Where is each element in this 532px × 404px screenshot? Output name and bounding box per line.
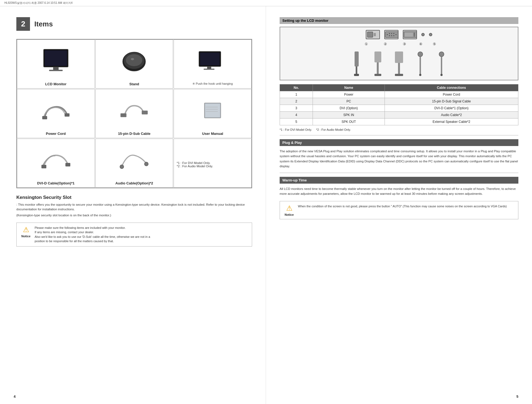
- left-notice-line-2: If any items are missing, contact your d…: [35, 230, 94, 234]
- row3-cable: DVI-D Cable*1 (Option): [385, 105, 518, 112]
- item-audio-cable: Audio Cable(Option)*2: [95, 139, 173, 188]
- item-user-manual: User Manual: [174, 89, 252, 138]
- port-1-icon: [366, 30, 380, 39]
- left-notice-line-4: position to be responsible for all the m…: [35, 239, 114, 243]
- lcd-setup-section: Setting up the LCD monitor: [280, 17, 518, 131]
- item-power-cord: Power Cord: [17, 89, 95, 138]
- left-notice-line-3: Also we'd like to ask you to use our 'D-…: [35, 235, 150, 238]
- dvi-svg: [41, 150, 71, 172]
- svg-point-7: [131, 58, 134, 60]
- svg-rect-48: [395, 74, 403, 76]
- divider-1: [280, 135, 518, 135]
- svg-rect-11: [204, 69, 214, 70]
- row3-name: DVI (Option): [313, 105, 385, 112]
- svg-point-37: [393, 35, 394, 36]
- svg-rect-44: [354, 74, 359, 76]
- stand-svg: [120, 49, 148, 74]
- svg-point-35: [389, 35, 390, 36]
- audio-cable-label: Audio Cable(Option)*2: [115, 181, 153, 185]
- cable-1: [347, 51, 366, 76]
- svg-point-25: [120, 165, 124, 169]
- power-cord-icon: [19, 92, 92, 130]
- port-num-3: ③: [395, 42, 414, 46]
- kensington-title: Kensington Security Slot: [16, 195, 252, 200]
- svg-point-6: [126, 54, 142, 66]
- top-bar: HL920WS설명서내지-최종 2007.6.14 10:51 AM 페이지4: [0, 0, 532, 6]
- row5-no: 5: [280, 119, 313, 125]
- right-notice-label: Notice: [285, 213, 294, 216]
- row5-cable: External Speaker Cable*2: [385, 119, 518, 125]
- table-row: 1 Power Power Cord: [280, 91, 518, 98]
- svg-rect-9: [200, 53, 220, 65]
- port-group-5: [429, 33, 432, 36]
- warmup-title: Warm-up Time: [280, 177, 518, 184]
- svg-rect-15: [142, 111, 148, 114]
- lcd-diagram: ① ② ③ ④ ⑤: [280, 27, 518, 80]
- kensington-body1: : This monitor offers you the opportunit…: [16, 202, 252, 212]
- left-warning-icon: ⚠: [23, 226, 29, 234]
- cable-2: [368, 51, 387, 76]
- left-page: 2 Items LCD Monitor: [0, 6, 266, 404]
- lcd-monitor-svg: [41, 48, 71, 75]
- port-num-2: ②: [376, 42, 395, 46]
- svg-point-40: [414, 33, 415, 34]
- svg-rect-46: [374, 74, 381, 76]
- svg-point-26: [144, 162, 148, 166]
- port-numbers-row: ① ② ③ ④ ⑤: [285, 42, 513, 46]
- row1-no: 1: [280, 91, 313, 98]
- svg-point-51: [439, 52, 444, 57]
- row1-name: Power: [313, 91, 385, 98]
- footnotes: *1 : For DVI Model Only. *2 : For Audio …: [177, 161, 213, 168]
- cable-5: [432, 51, 451, 76]
- svg-point-36: [391, 35, 392, 36]
- audio-cable-icon: [98, 142, 171, 180]
- section-number: 2: [21, 20, 25, 28]
- table-header-cable: Cable connections: [385, 84, 518, 91]
- row4-no: 4: [280, 112, 313, 119]
- svg-rect-12: [42, 116, 47, 119]
- svg-point-50: [419, 74, 421, 76]
- svg-point-33: [393, 33, 394, 34]
- svg-point-52: [440, 74, 443, 76]
- svg-rect-39: [405, 33, 413, 37]
- right-notice-text: When the condition of the screen is not …: [298, 204, 507, 209]
- section-number-box: 2: [16, 17, 30, 31]
- user-manual-label: User Manual: [202, 132, 223, 136]
- plug-play-text: The adoption of the new VESA Plug and Pl…: [280, 149, 518, 169]
- svg-rect-1: [45, 50, 67, 66]
- dsub-svg: [119, 100, 149, 122]
- port-5-dot: [429, 33, 432, 36]
- port-num-1: ①: [357, 42, 376, 46]
- item-stand: Stand: [95, 40, 173, 89]
- table-header-no: No.: [280, 84, 313, 91]
- divider-2: [280, 173, 518, 173]
- table-header-name: Name: [313, 84, 385, 91]
- port-2-icon: [384, 30, 398, 39]
- section-heading: 2 Items: [16, 17, 252, 31]
- stand-label: Stand: [129, 82, 139, 86]
- svg-point-34: [395, 34, 397, 35]
- table-row: 5 SPK OUT External Speaker Cable*2: [280, 119, 518, 125]
- port-group-2: [384, 30, 398, 39]
- svg-rect-45: [374, 51, 381, 62]
- svg-rect-14: [120, 113, 126, 117]
- top-bar-text: HL920WS설명서내지-최종 2007.6.14 10:51 AM 페이지4: [4, 1, 72, 4]
- svg-rect-3: [49, 70, 63, 71]
- item-dvi-cable: DVI-D Cable(Option)*1: [17, 139, 95, 188]
- cable-1-svg: [349, 51, 364, 76]
- hook-svg: [198, 50, 228, 75]
- port-num-5: ⑤: [428, 42, 441, 46]
- table-footnotes: *1 : For DVI Model Only. *2 : For Audio …: [280, 128, 518, 131]
- svg-point-49: [418, 52, 423, 57]
- row5-name: SPK OUT: [313, 119, 385, 125]
- svg-point-41: [414, 34, 415, 35]
- item-lcd-monitor: LCD Monitor: [17, 40, 95, 89]
- svg-rect-28: [374, 33, 376, 36]
- power-port-svg: [367, 31, 379, 38]
- items-grid: LCD Monitor Stand: [16, 39, 252, 188]
- kensington-section: Kensington Security Slot : This monitor …: [16, 195, 252, 218]
- user-manual-icon: [176, 92, 249, 130]
- right-page: Setting up the LCD monitor: [266, 6, 532, 404]
- row4-name: SPK IN: [313, 112, 385, 119]
- cable-4-svg: [415, 51, 426, 76]
